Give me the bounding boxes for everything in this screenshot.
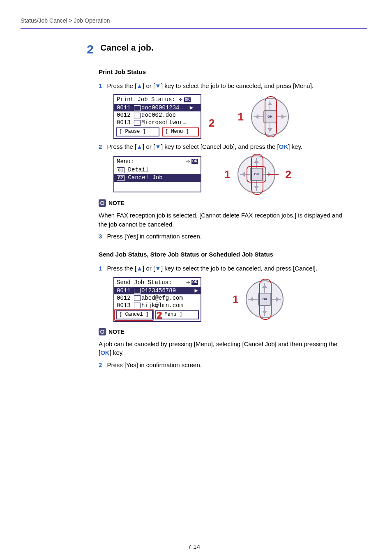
- menu-lcd-cancel-job[interactable]: 02 Cancel Job: [114, 174, 201, 182]
- dpad-left-icon[interactable]: [250, 297, 253, 302]
- gear-icon: [99, 328, 106, 335]
- up-arrow-icon: ▲: [136, 82, 143, 89]
- dpad-up-icon[interactable]: [254, 160, 259, 163]
- substep-number: 3: [99, 233, 102, 240]
- up-arrow-icon: ▲: [136, 265, 143, 272]
- send-job-status-heading: Send Job Status, Store Job Status or Sch…: [99, 250, 347, 259]
- document-icon: [134, 113, 141, 118]
- email-icon: [134, 303, 141, 308]
- ok-button[interactable]: OK: [258, 293, 271, 306]
- document-icon: [134, 105, 141, 111]
- substep-number: 1: [99, 265, 102, 272]
- note-block: NOTE When FAX reception job is selected,…: [99, 199, 347, 229]
- down-arrow-icon: ▼: [155, 143, 161, 150]
- callout-1: 1: [224, 169, 230, 180]
- send-step2: 2 Press [Yes] in confirmation screen.: [99, 361, 347, 370]
- dpad-up-icon[interactable]: [262, 284, 267, 288]
- substep-number: 2: [99, 143, 102, 150]
- send-status-lcd: Send Job Status:✢OK 0011 0123456789▶ 001…: [113, 277, 201, 322]
- down-arrow-icon: ▼: [155, 82, 161, 89]
- send-lcd-row2[interactable]: 0012 abcd@efg.com: [114, 294, 201, 302]
- substep-number: 2: [99, 361, 102, 368]
- email-icon: [134, 295, 141, 301]
- callout-2: 2: [156, 310, 163, 321]
- divider: [21, 28, 367, 29]
- dpad-down-icon[interactable]: [262, 311, 267, 314]
- menu-lcd-detail[interactable]: 01 Detail: [114, 166, 201, 174]
- breadcrumb: Status/Job Cancel > Job Operation: [21, 16, 367, 25]
- send-lcd-row3[interactable]: 0013 hijk@lmn.com: [114, 302, 201, 309]
- ok-button[interactable]: OK: [263, 110, 277, 123]
- page-footer: 7-14: [21, 542, 367, 551]
- print-status-lcd: Print Job Status: ✢OK 0011 doc00001234… …: [113, 94, 201, 139]
- print-lcd-row3[interactable]: 0013 Microsoftwor…: [114, 119, 201, 126]
- cancel-menu-lcd: Menu:✢OK 01 Detail 02 Cancel Job: [113, 156, 201, 192]
- print-lcd-row1[interactable]: 0011 doc00001234… ▶: [114, 104, 201, 111]
- dpad-right-icon[interactable]: [281, 114, 285, 119]
- lcd-pause-button[interactable]: [ Pause ]: [116, 127, 159, 136]
- navigation-pad[interactable]: OK: [251, 98, 289, 136]
- dpad-left-icon[interactable]: [242, 172, 245, 177]
- ok-button[interactable]: OK: [250, 168, 263, 181]
- gear-icon: [99, 199, 106, 207]
- dpad-down-icon[interactable]: [267, 128, 272, 132]
- callout-line: [267, 174, 279, 175]
- navigation-pad[interactable]: OK: [246, 280, 284, 318]
- step-number: 2: [78, 40, 94, 58]
- navigation-pad[interactable]: OK: [238, 155, 275, 193]
- note-block: NOTE A job can be canceled by pressing […: [99, 328, 347, 357]
- send-lcd-row1[interactable]: 0011 0123456789▶: [114, 287, 201, 294]
- dpad-up-icon[interactable]: [267, 102, 272, 105]
- print-job-status-heading: Print Job Status: [99, 67, 347, 76]
- print-step1: 1 Press the [▲] or [▼] key to select the…: [99, 81, 347, 90]
- callout-2: 2: [285, 169, 291, 180]
- print-step2: 2 Press the [▲] or [▼] key to select [Ca…: [99, 142, 347, 151]
- substep-number: 1: [99, 82, 102, 89]
- fax-icon: [134, 288, 141, 294]
- callout-1: 1: [233, 294, 238, 305]
- down-arrow-icon: ▼: [155, 265, 161, 272]
- step-title: Cancel a job.: [100, 40, 154, 54]
- lcd-cancel-button[interactable]: [ Cancel ]: [116, 310, 153, 319]
- dpad-down-icon[interactable]: [254, 186, 259, 189]
- dpad-left-icon[interactable]: [255, 114, 258, 119]
- print-step3: 3 Press [Yes] in confirmation screen.: [99, 232, 347, 241]
- dpad-right-icon[interactable]: [276, 297, 279, 302]
- callout-1: 1: [238, 111, 243, 122]
- up-arrow-icon: ▲: [136, 143, 143, 150]
- print-lcd-row2[interactable]: 0012 doc002.doc: [114, 111, 201, 119]
- callout-2: 2: [209, 118, 214, 128]
- lcd-menu-button[interactable]: [ Menu ]: [162, 127, 199, 136]
- send-step1: 1 Press the [▲] or [▼] key to select the…: [99, 264, 347, 273]
- document-icon: [134, 120, 141, 126]
